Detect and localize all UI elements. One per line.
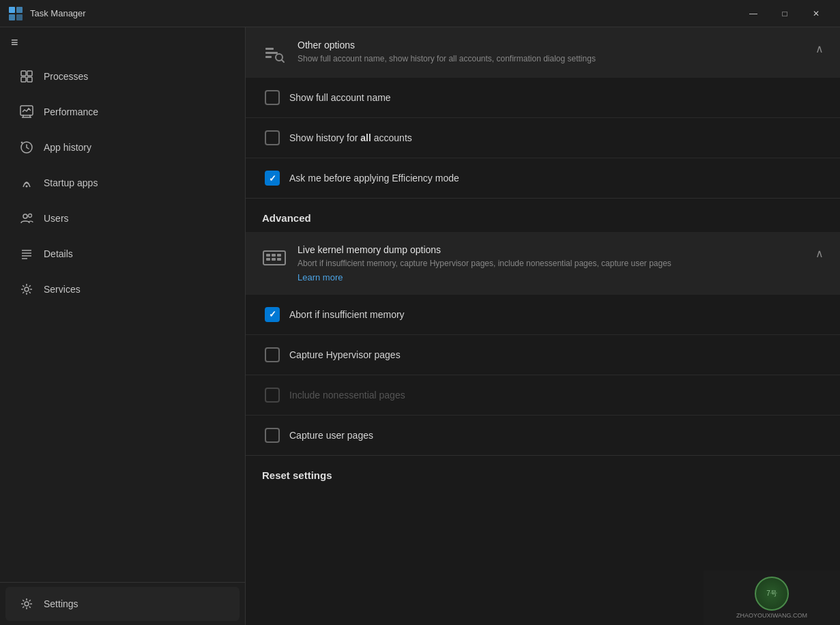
sidebar-item-settings[interactable]: Settings bbox=[5, 587, 240, 621]
show-full-account-checkbox[interactable] bbox=[265, 90, 280, 105]
svg-rect-28 bbox=[272, 258, 276, 261]
reset-settings-heading: Reset settings bbox=[262, 469, 824, 481]
ask-efficiency-row: Ask me before applying Efficiency mode bbox=[246, 158, 840, 198]
sidebar-item-users[interactable]: Users bbox=[5, 201, 240, 235]
other-options-text: Other options Show full account name, sh… bbox=[298, 40, 805, 65]
show-history-all-checkbox[interactable] bbox=[265, 130, 280, 145]
show-full-account-label: Show full account name bbox=[289, 92, 391, 103]
other-options-subtitle: Show full account name, show history for… bbox=[298, 53, 805, 65]
svg-rect-1 bbox=[16, 7, 23, 13]
sidebar-item-performance-label: Performance bbox=[44, 106, 98, 117]
app-title: Task Manager bbox=[30, 8, 738, 18]
other-options-title: Other options bbox=[298, 40, 805, 50]
menu-toggle[interactable]: ≡ bbox=[0, 27, 245, 58]
svg-rect-0 bbox=[9, 7, 15, 13]
svg-rect-4 bbox=[21, 71, 26, 76]
sidebar-item-performance[interactable]: Performance bbox=[5, 95, 240, 129]
maximize-button[interactable]: □ bbox=[769, 3, 800, 25]
watermark: 7号 ZHAOYOUXIWANG.COM bbox=[704, 570, 840, 625]
live-kernel-chevron: ∧ bbox=[815, 247, 824, 260]
sidebar-nav: Processes Performance bbox=[0, 58, 245, 582]
sidebar-item-services-label: Services bbox=[44, 284, 81, 295]
capture-hypervisor-checkbox[interactable] bbox=[265, 347, 280, 362]
services-icon bbox=[19, 282, 34, 297]
svg-rect-3 bbox=[16, 14, 23, 20]
include-nonessential-label: Include nonessential pages bbox=[289, 390, 405, 401]
sidebar-item-services[interactable]: Services bbox=[5, 272, 240, 306]
svg-rect-6 bbox=[21, 77, 26, 82]
sidebar-item-settings-label: Settings bbox=[44, 598, 78, 609]
svg-rect-5 bbox=[27, 71, 32, 76]
ask-efficiency-label: Ask me before applying Efficiency mode bbox=[289, 173, 459, 184]
svg-point-17 bbox=[25, 287, 29, 291]
settings-icon bbox=[19, 596, 34, 611]
watermark-text: ZHAOYOUXIWANG.COM bbox=[736, 612, 807, 619]
advanced-heading: Advanced bbox=[246, 199, 840, 232]
other-options-section: Other options Show full account name, sh… bbox=[246, 27, 840, 199]
live-kernel-section: Live kernel memory dump options Abort if… bbox=[246, 232, 840, 456]
abort-insufficient-row: Abort if insufficient memory bbox=[246, 295, 840, 335]
svg-rect-26 bbox=[266, 258, 270, 261]
live-kernel-title: Live kernel memory dump options bbox=[298, 244, 805, 255]
sidebar-item-processes-label: Processes bbox=[44, 71, 88, 82]
svg-rect-25 bbox=[266, 254, 270, 257]
capture-user-checkbox[interactable] bbox=[265, 428, 280, 443]
svg-point-10 bbox=[26, 186, 28, 188]
sidebar-bottom: Settings bbox=[0, 582, 245, 625]
sidebar-item-users-label: Users bbox=[44, 213, 69, 224]
live-kernel-icon-box bbox=[262, 246, 287, 270]
ask-efficiency-checkbox[interactable] bbox=[265, 171, 280, 186]
window-controls: — □ ✕ bbox=[738, 3, 832, 25]
svg-rect-7 bbox=[27, 77, 32, 82]
sidebar: ≡ Processes bbox=[0, 27, 246, 625]
show-history-all-row: Show history for all accounts bbox=[246, 118, 840, 158]
sidebar-item-startup-apps[interactable]: Startup apps bbox=[5, 166, 240, 200]
sidebar-item-app-history-label: App history bbox=[44, 142, 91, 153]
sidebar-item-startup-apps-label: Startup apps bbox=[44, 177, 98, 188]
live-kernel-header[interactable]: Live kernel memory dump options Abort if… bbox=[246, 232, 840, 295]
sidebar-item-app-history[interactable]: App history bbox=[5, 130, 240, 164]
processes-icon bbox=[19, 69, 34, 84]
svg-rect-30 bbox=[277, 258, 281, 261]
show-history-all-label: Show history for all accounts bbox=[289, 132, 412, 143]
details-icon bbox=[19, 246, 34, 261]
hamburger-icon: ≡ bbox=[11, 35, 18, 50]
watermark-inner: 7号 ZHAOYOUXIWANG.COM bbox=[736, 577, 807, 619]
svg-line-23 bbox=[282, 60, 284, 62]
other-options-icon-box bbox=[262, 41, 287, 66]
svg-rect-20 bbox=[265, 52, 278, 54]
app-icon bbox=[8, 6, 23, 21]
include-nonessential-checkbox[interactable] bbox=[265, 388, 280, 403]
performance-icon bbox=[19, 104, 34, 119]
app-history-icon bbox=[19, 140, 34, 155]
capture-hypervisor-row: Capture Hypervisor pages bbox=[246, 335, 840, 375]
capture-user-label: Capture user pages bbox=[289, 430, 373, 441]
minimize-button[interactable]: — bbox=[738, 3, 769, 25]
svg-point-11 bbox=[23, 214, 27, 218]
users-icon bbox=[19, 211, 34, 226]
other-options-chevron: ∧ bbox=[815, 42, 824, 55]
reset-settings-section: Reset settings bbox=[246, 456, 840, 495]
sidebar-item-processes[interactable]: Processes bbox=[5, 59, 240, 93]
other-options-header[interactable]: Other options Show full account name, sh… bbox=[246, 27, 840, 78]
svg-rect-21 bbox=[265, 56, 272, 58]
sidebar-item-details-label: Details bbox=[44, 248, 73, 259]
capture-user-row: Capture user pages bbox=[246, 416, 840, 455]
content-area: Other options Show full account name, sh… bbox=[246, 27, 840, 625]
startup-apps-icon bbox=[19, 175, 34, 190]
svg-rect-29 bbox=[277, 254, 281, 257]
svg-point-18 bbox=[25, 602, 29, 606]
titlebar: Task Manager — □ ✕ bbox=[0, 0, 840, 27]
main-layout: ≡ Processes bbox=[0, 27, 840, 625]
live-kernel-text: Live kernel memory dump options Abort if… bbox=[298, 244, 805, 282]
abort-insufficient-checkbox[interactable] bbox=[265, 307, 280, 322]
svg-rect-19 bbox=[265, 48, 274, 50]
abort-insufficient-label: Abort if insufficient memory bbox=[289, 309, 405, 320]
close-button[interactable]: ✕ bbox=[800, 3, 832, 25]
watermark-logo: 7号 bbox=[755, 577, 789, 611]
live-kernel-subtitle: Abort if insufficient memory, capture Hy… bbox=[298, 258, 805, 270]
learn-more-link[interactable]: Learn more bbox=[298, 272, 343, 282]
svg-rect-2 bbox=[9, 14, 15, 20]
sidebar-item-details[interactable]: Details bbox=[5, 237, 240, 271]
capture-hypervisor-label: Capture Hypervisor pages bbox=[289, 349, 401, 360]
